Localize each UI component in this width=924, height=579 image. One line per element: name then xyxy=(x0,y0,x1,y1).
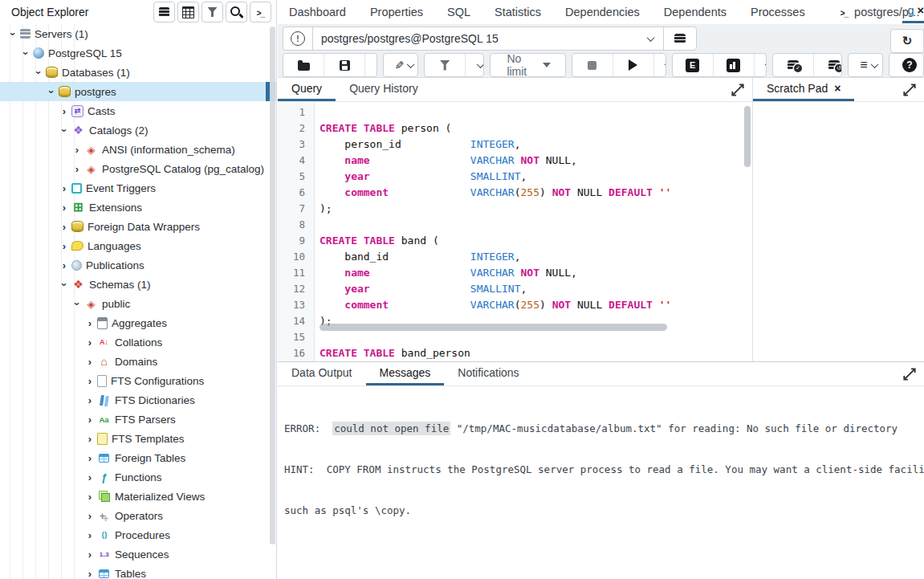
chevron-right-icon[interactable]: › xyxy=(83,375,96,387)
chevron-right-icon[interactable]: › xyxy=(83,491,96,503)
chevron-right-icon[interactable]: › xyxy=(58,259,71,271)
stop-button[interactable] xyxy=(572,54,613,76)
expand-icon[interactable] xyxy=(731,84,744,96)
chevron-right-icon[interactable]: › xyxy=(83,433,96,445)
chevron-right-icon[interactable]: › xyxy=(83,452,96,464)
sql-editor[interactable]: 12345678910111213141516 CREATE TABLE per… xyxy=(278,102,752,361)
help-button[interactable] xyxy=(889,54,924,76)
tree-item-aggregates[interactable]: ›Aggregates xyxy=(0,313,276,332)
new-connection-button[interactable] xyxy=(664,27,696,50)
tab-scratch-pad[interactable]: Scratch Pad × xyxy=(753,77,854,101)
editor-vertical-scrollbar[interactable] xyxy=(744,106,751,167)
tree-item-tables[interactable]: ›Tables xyxy=(0,564,276,579)
tree-item-operators[interactable]: ›Operators xyxy=(0,506,276,525)
filter-button[interactable] xyxy=(425,54,465,76)
chevron-right-icon[interactable]: › xyxy=(83,336,96,349)
chevron-right-icon[interactable]: › xyxy=(83,414,96,426)
chevron-right-icon[interactable]: › xyxy=(58,182,71,194)
chevron-right-icon[interactable]: › xyxy=(83,394,96,406)
chevron-right-icon[interactable]: › xyxy=(83,548,96,561)
tab-data-output[interactable]: Data Output xyxy=(278,361,366,385)
rollback-button[interactable]: ↺ xyxy=(813,54,842,76)
tree-item-postgresql-catalog-pg-catalog[interactable]: ›PostgreSQL Catalog (pg_catalog) xyxy=(0,159,276,178)
tree-item-catalogs-2[interactable]: ›Catalogs (2) xyxy=(0,120,276,140)
connection-dropdown[interactable]: ! postgres/postgres@PostgreSQL 15 xyxy=(283,27,697,51)
tab-sql[interactable]: SQL xyxy=(447,6,470,18)
tree-item-postgres[interactable]: ›postgres xyxy=(0,82,276,101)
tree-item-fts-parsers[interactable]: ›FTS Parsers xyxy=(0,410,276,429)
chevron-right-icon[interactable]: › xyxy=(71,144,83,156)
expand-icon[interactable] xyxy=(903,368,916,381)
chevron-down-icon[interactable]: › xyxy=(7,27,19,40)
db-sync-button[interactable] xyxy=(153,2,175,22)
chevron-right-icon[interactable]: › xyxy=(83,510,96,522)
tab-notifications[interactable]: Notifications xyxy=(444,361,532,385)
chevron-right-icon[interactable]: › xyxy=(58,202,71,214)
tab-messages[interactable]: Messages xyxy=(366,361,445,385)
view-data-button[interactable] xyxy=(177,2,199,22)
editor-horizontal-scrollbar[interactable] xyxy=(320,324,667,331)
editor-code[interactable]: CREATE TABLE person ( person_id INTEGER,… xyxy=(315,102,752,361)
tree-item-sequences[interactable]: ›Sequences xyxy=(0,544,276,564)
tree-item-foreign-data-wrappers[interactable]: ›Foreign Data Wrappers xyxy=(0,217,276,236)
dropdown-chevron-button[interactable] xyxy=(653,54,666,76)
macros-button[interactable] xyxy=(849,54,883,76)
dropdown-chevron-button[interactable] xyxy=(754,54,767,76)
dropdown-chevron-button[interactable] xyxy=(364,54,377,76)
tab-properties[interactable]: Properties xyxy=(370,6,423,18)
filtered-rows-button[interactable] xyxy=(201,2,223,22)
tree-item-ansi-information-schema[interactable]: ›ANSI (information_schema) xyxy=(0,140,276,159)
explain-button[interactable] xyxy=(673,54,713,76)
chevron-right-icon[interactable]: › xyxy=(83,568,96,579)
tree-item-fts-configurations[interactable]: ›FTS Configurations xyxy=(0,371,276,390)
edit-button[interactable] xyxy=(384,54,418,76)
refresh-button[interactable]: ↻ xyxy=(890,29,924,53)
tab-dashboard[interactable]: Dashboard xyxy=(289,6,346,18)
dropdown-chevron-button[interactable] xyxy=(465,54,484,76)
tree-item-fts-templates[interactable]: ›FTS Templates xyxy=(0,429,276,448)
commit-button[interactable]: ✓ xyxy=(773,54,813,76)
tree-item-public[interactable]: ›public xyxy=(0,294,276,313)
chevron-down-icon[interactable]: › xyxy=(46,85,58,98)
tab-dependents[interactable]: Dependents xyxy=(664,6,727,18)
tree-item-procedures[interactable]: ›Procedures xyxy=(0,525,276,544)
tree-item-functions[interactable]: ›Functions xyxy=(0,467,276,487)
chevron-right-icon[interactable]: › xyxy=(83,471,96,483)
tree-item-publications[interactable]: ›Publications xyxy=(0,255,276,275)
chevron-right-icon[interactable]: › xyxy=(58,105,71,117)
chevron-down-icon[interactable]: › xyxy=(59,278,71,291)
execute-button[interactable] xyxy=(613,54,653,76)
tree-item-event-triggers[interactable]: ›Event Triggers xyxy=(0,178,276,198)
tab-statistics[interactable]: Statistics xyxy=(495,6,541,18)
chevron-down-icon[interactable]: › xyxy=(20,47,32,59)
save-button[interactable] xyxy=(324,54,364,76)
tree-item-domains[interactable]: ›Domains xyxy=(0,352,276,371)
tab-query[interactable]: Query xyxy=(278,77,336,101)
tree-item-schemas-1[interactable]: ›Schemas (1) xyxy=(0,275,276,294)
search-objects-button[interactable] xyxy=(226,2,247,22)
scratch-pad-input[interactable] xyxy=(753,102,924,361)
close-icon[interactable]: × xyxy=(834,82,841,95)
tab-dependencies[interactable]: Dependencies xyxy=(565,6,640,18)
tree-item-languages[interactable]: ›Languages xyxy=(0,236,276,255)
tree-item-extensions[interactable]: ›Extensions xyxy=(0,198,276,217)
chevron-down-icon[interactable]: › xyxy=(59,124,71,137)
tree-scrollbar[interactable] xyxy=(270,27,275,544)
chevron-right-icon[interactable]: › xyxy=(83,529,96,541)
tab-processes[interactable]: Processes xyxy=(751,6,805,18)
psql-tool-button[interactable] xyxy=(250,2,271,22)
expand-icon[interactable] xyxy=(903,84,916,96)
limit-dropdown[interactable]: No limit xyxy=(490,54,564,76)
tree-item-postgresql-15[interactable]: ›PostgreSQL 15 xyxy=(0,43,276,63)
open-file-button[interactable] xyxy=(283,54,324,76)
chevron-right-icon[interactable]: › xyxy=(71,163,83,175)
tree-item-databases-1[interactable]: ›Databases (1) xyxy=(0,63,276,82)
chevron-right-icon[interactable]: › xyxy=(58,240,71,252)
chevron-right-icon[interactable]: › xyxy=(58,221,71,233)
connection-caret[interactable] xyxy=(638,27,664,50)
tree-item-fts-dictionaries[interactable]: ›FTS Dictionaries xyxy=(0,390,276,410)
tree-item-servers-1[interactable]: ›Servers (1) xyxy=(0,24,276,43)
tree-item-collations[interactable]: ›Collations xyxy=(0,332,276,352)
tab-query-history[interactable]: Query History xyxy=(336,77,432,101)
chevron-down-icon[interactable]: › xyxy=(33,66,45,79)
